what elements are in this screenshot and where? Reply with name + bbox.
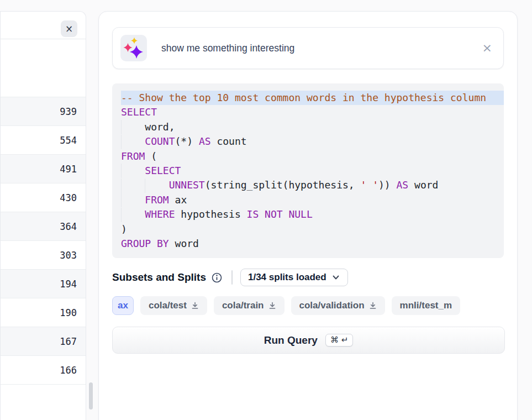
sql-keyword: WHERE bbox=[145, 208, 175, 220]
splits-loaded-dropdown[interactable]: 1/34 splits loaded bbox=[240, 269, 348, 286]
stat-value: 554 bbox=[60, 135, 77, 146]
split-chip-mnli-test-m[interactable]: mnli/test_m bbox=[392, 296, 460, 315]
stat-value: 430 bbox=[60, 192, 77, 203]
stat-row: 364 bbox=[1, 212, 86, 241]
run-query-button[interactable]: Run Query ⌘ ↵ bbox=[112, 327, 505, 354]
close-icon: × bbox=[65, 23, 73, 34]
chevron-down-icon bbox=[331, 273, 340, 282]
stat-value: 190 bbox=[60, 307, 77, 318]
split-chip-ax[interactable]: ax bbox=[112, 296, 134, 315]
sql-text: word bbox=[169, 238, 199, 249]
code-line: UNNEST(string_split(hypothesis, ' ')) AS… bbox=[121, 178, 495, 192]
sql-text: ( bbox=[145, 150, 157, 162]
empty-table-cell bbox=[1, 39, 86, 97]
stats-table-header: × bbox=[1, 12, 86, 39]
sql-keyword: FROM bbox=[145, 194, 168, 206]
keyboard-shortcut-badge: ⌘ ↵ bbox=[325, 334, 353, 347]
indent-guide bbox=[121, 208, 145, 222]
stat-row: 194 bbox=[1, 270, 86, 298]
ai-prompt-card: show me something interesting × bbox=[112, 27, 504, 69]
stats-table-panel: × 939554491430364303194190167166 bbox=[0, 11, 86, 420]
stat-row: 166 bbox=[1, 356, 86, 385]
stat-value: 364 bbox=[60, 221, 77, 232]
code-line: SELECT bbox=[121, 164, 495, 178]
split-chip-label: ax bbox=[118, 300, 128, 311]
code-line: FROM ax bbox=[121, 193, 495, 207]
sql-keyword: AS bbox=[199, 135, 211, 147]
code-line: SELECT bbox=[121, 105, 495, 119]
stat-row: 303 bbox=[1, 241, 86, 270]
sql-keyword: SELECT bbox=[121, 106, 157, 118]
indent-guide bbox=[121, 120, 145, 134]
stat-value: 167 bbox=[60, 336, 77, 347]
sql-text: (string_split(hypothesis, bbox=[205, 179, 361, 191]
download-split-icon[interactable] bbox=[268, 302, 276, 309]
code-line: WHERE hypothesis IS NOT NULL bbox=[121, 207, 495, 222]
splits-section-header: Subsets and Splits 1/34 splits loaded bbox=[112, 269, 504, 286]
stat-value: 166 bbox=[60, 365, 77, 376]
split-chip-label: cola/test bbox=[149, 300, 187, 311]
stat-row: 430 bbox=[1, 183, 86, 212]
download-split-icon[interactable] bbox=[369, 302, 377, 309]
sql-keyword: IS NOT NULL bbox=[247, 208, 313, 220]
sql-string: ' ' bbox=[360, 179, 378, 191]
split-chip-label: cola/validation bbox=[299, 300, 365, 311]
sql-text: ax bbox=[169, 194, 187, 206]
stat-value: 491 bbox=[60, 164, 77, 175]
ai-sparkles-icon bbox=[120, 35, 147, 61]
splits-loaded-label: 1/34 splits loaded bbox=[248, 272, 326, 283]
stat-row: 554 bbox=[1, 126, 86, 155]
header-divider bbox=[231, 270, 233, 285]
indent-guide bbox=[121, 193, 145, 207]
code-line: -- Show the top 10 most common words in … bbox=[121, 91, 504, 105]
sql-text: count bbox=[211, 135, 247, 147]
sql-text: (*) bbox=[175, 135, 199, 147]
close-stats-button[interactable]: × bbox=[61, 20, 77, 37]
code-line: word, bbox=[121, 120, 495, 134]
split-chip-label: mnli/test_m bbox=[400, 300, 452, 311]
code-line: COUNT(*) AS count bbox=[121, 134, 495, 149]
indent-guide bbox=[121, 164, 145, 178]
split-chip-cola-test[interactable]: cola/test bbox=[140, 296, 207, 315]
sql-text: word bbox=[408, 179, 438, 191]
info-icon[interactable] bbox=[211, 272, 223, 284]
sql-text: hypothesis bbox=[175, 208, 247, 220]
stat-row: 491 bbox=[1, 155, 86, 183]
sql-keyword: SELECT bbox=[145, 165, 181, 176]
indent-guide bbox=[121, 179, 145, 193]
sql-keyword: GROUP BY bbox=[121, 238, 169, 249]
download-split-icon[interactable] bbox=[191, 302, 199, 309]
code-line: FROM ( bbox=[121, 149, 495, 164]
sql-editor[interactable]: -- Show the top 10 most common words in … bbox=[112, 83, 504, 258]
clear-icon: × bbox=[482, 41, 492, 55]
stat-value: 194 bbox=[60, 279, 77, 290]
clear-prompt-button[interactable]: × bbox=[482, 42, 492, 54]
indent-guide bbox=[121, 135, 145, 149]
stat-row: 190 bbox=[1, 298, 86, 327]
split-chip-cola-validation[interactable]: cola/validation bbox=[291, 296, 385, 315]
stat-value: 303 bbox=[60, 250, 77, 261]
stat-row: 167 bbox=[1, 327, 86, 356]
sql-comment: -- Show the top 10 most common words in … bbox=[121, 92, 486, 103]
split-chips-row: axcola/test cola/train cola/validation m… bbox=[112, 296, 504, 315]
split-chip-cola-train[interactable]: cola/train bbox=[214, 296, 285, 315]
sql-keyword: COUNT bbox=[145, 135, 175, 147]
split-chip-label: cola/train bbox=[222, 300, 264, 311]
stats-rows: 939554491430364303194190167166 bbox=[1, 97, 86, 385]
sql-keyword: UNNEST bbox=[169, 179, 205, 191]
indent-guide bbox=[145, 179, 168, 193]
sql-text: )) bbox=[378, 179, 397, 191]
ai-prompt-input[interactable]: show me something interesting bbox=[161, 43, 482, 54]
run-query-label: Run Query bbox=[264, 334, 318, 347]
code-line: GROUP BY word bbox=[121, 237, 495, 251]
sql-text: word, bbox=[145, 121, 175, 133]
sql-keyword: AS bbox=[397, 179, 409, 191]
ai-query-panel: show me something interesting × -- Show … bbox=[98, 11, 518, 420]
splits-section-title: Subsets and Splits bbox=[112, 271, 206, 284]
stat-value: 939 bbox=[60, 106, 77, 117]
vertical-scrollbar[interactable] bbox=[89, 382, 93, 410]
sql-keyword: FROM bbox=[121, 150, 145, 162]
sql-text: ) bbox=[121, 223, 127, 235]
code-line: ) bbox=[121, 222, 495, 237]
stat-row: 939 bbox=[1, 97, 86, 126]
